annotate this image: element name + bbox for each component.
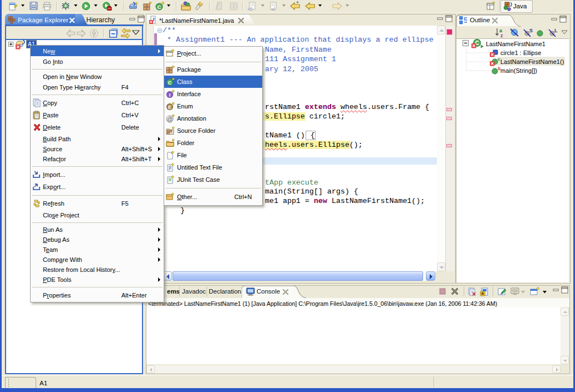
svg-text:@: @ <box>167 116 173 122</box>
svg-text:I: I <box>169 92 171 98</box>
svg-text:C: C <box>168 80 172 86</box>
svg-text:E: E <box>168 105 171 110</box>
svg-text:z: z <box>500 33 503 38</box>
svg-text:C: C <box>158 4 161 10</box>
svg-text:L: L <box>554 28 558 33</box>
svg-text:S: S <box>529 28 533 33</box>
